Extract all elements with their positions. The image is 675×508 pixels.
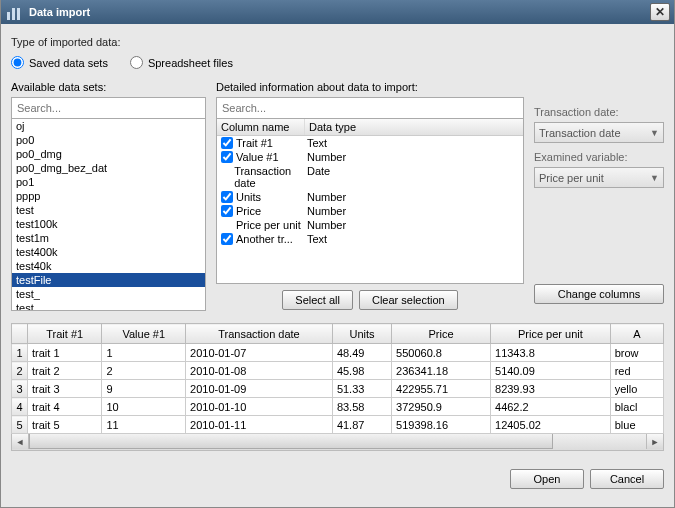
- preview-header[interactable]: A: [610, 324, 663, 344]
- list-item[interactable]: test1m: [12, 231, 205, 245]
- columns-grid[interactable]: Column name Data type Trait #1TextValue …: [216, 119, 524, 284]
- column-row[interactable]: UnitsNumber: [217, 190, 523, 204]
- radio-spreadsheet[interactable]: Spreadsheet files: [130, 56, 233, 69]
- dataset-list[interactable]: ojpo0po0_dmgpo0_dmg_bez_datpo1pppptestte…: [11, 119, 206, 311]
- list-item[interactable]: test_: [12, 287, 205, 301]
- chevron-down-icon: ▼: [650, 128, 659, 138]
- column-checkbox[interactable]: [221, 233, 233, 245]
- clear-selection-button[interactable]: Clear selection: [359, 290, 458, 310]
- column-row[interactable]: Transaction dateDate: [217, 164, 523, 190]
- list-item[interactable]: test40k: [12, 259, 205, 273]
- table-row[interactable]: 2trait 222010-01-0845.98236341.185140.09…: [12, 362, 664, 380]
- column-row[interactable]: Trait #1Text: [217, 136, 523, 150]
- close-icon[interactable]: ✕: [650, 3, 670, 21]
- list-item[interactable]: test400k: [12, 245, 205, 259]
- scroll-thumb[interactable]: [29, 434, 553, 449]
- list-item[interactable]: pppp: [12, 189, 205, 203]
- search-columns-input[interactable]: [216, 97, 524, 119]
- table-row[interactable]: 1trait 112010-01-0748.49550060.811343.8b…: [12, 344, 664, 362]
- column-checkbox[interactable]: [221, 191, 233, 203]
- column-row[interactable]: Another tr...Text: [217, 232, 523, 246]
- column-row[interactable]: PriceNumber: [217, 204, 523, 218]
- preview-header[interactable]: Units: [332, 324, 391, 344]
- preview-header[interactable]: Transaction date: [186, 324, 333, 344]
- preview-header[interactable]: Trait #1: [28, 324, 102, 344]
- preview-header[interactable]: Value #1: [102, 324, 186, 344]
- list-item[interactable]: test__: [12, 301, 205, 311]
- examined-variable-combo[interactable]: Price per unit▼: [534, 167, 664, 188]
- transaction-date-label: Transaction date:: [534, 106, 664, 118]
- titlebar: Data import ✕: [1, 0, 674, 24]
- select-all-button[interactable]: Select all: [282, 290, 353, 310]
- detail-label: Detailed information about data to impor…: [216, 81, 524, 93]
- horizontal-scrollbar[interactable]: ◄ ►: [11, 434, 664, 451]
- type-label: Type of imported data:: [11, 36, 664, 48]
- column-checkbox[interactable]: [221, 137, 233, 149]
- list-item[interactable]: test: [12, 203, 205, 217]
- open-button[interactable]: Open: [510, 469, 584, 489]
- examined-variable-label: Examined variable:: [534, 151, 664, 163]
- change-columns-button[interactable]: Change columns: [534, 284, 664, 304]
- preview-table[interactable]: Trait #1Value #1Transaction dateUnitsPri…: [11, 323, 664, 434]
- scroll-right-icon[interactable]: ►: [646, 434, 663, 449]
- column-checkbox[interactable]: [221, 151, 233, 163]
- list-item[interactable]: po1: [12, 175, 205, 189]
- available-label: Available data sets:: [11, 81, 206, 93]
- search-datasets-input[interactable]: [11, 97, 206, 119]
- column-checkbox[interactable]: [221, 205, 233, 217]
- table-row[interactable]: 4trait 4102010-01-1083.58372950.94462.2b…: [12, 398, 664, 416]
- list-item[interactable]: test100k: [12, 217, 205, 231]
- app-icon: [7, 4, 23, 20]
- list-item[interactable]: po0_dmg_bez_dat: [12, 161, 205, 175]
- col-header-type: Data type: [305, 119, 360, 135]
- radio-saved[interactable]: Saved data sets: [11, 56, 108, 69]
- column-row[interactable]: Price per unitNumber: [217, 218, 523, 232]
- table-row[interactable]: 5trait 5112010-01-1141.87519398.1612405.…: [12, 416, 664, 434]
- list-item[interactable]: po0_dmg: [12, 147, 205, 161]
- chevron-down-icon: ▼: [650, 173, 659, 183]
- transaction-date-combo[interactable]: Transaction date▼: [534, 122, 664, 143]
- scroll-left-icon[interactable]: ◄: [12, 434, 29, 449]
- list-item[interactable]: oj: [12, 119, 205, 133]
- window-title: Data import: [29, 6, 90, 18]
- list-item[interactable]: testFile: [12, 273, 205, 287]
- cancel-button[interactable]: Cancel: [590, 469, 664, 489]
- preview-header[interactable]: Price per unit: [491, 324, 611, 344]
- table-row[interactable]: 3trait 392010-01-0951.33422955.718239.93…: [12, 380, 664, 398]
- col-header-name: Column name: [217, 119, 305, 135]
- column-row[interactable]: Value #1Number: [217, 150, 523, 164]
- preview-header[interactable]: Price: [392, 324, 491, 344]
- list-item[interactable]: po0: [12, 133, 205, 147]
